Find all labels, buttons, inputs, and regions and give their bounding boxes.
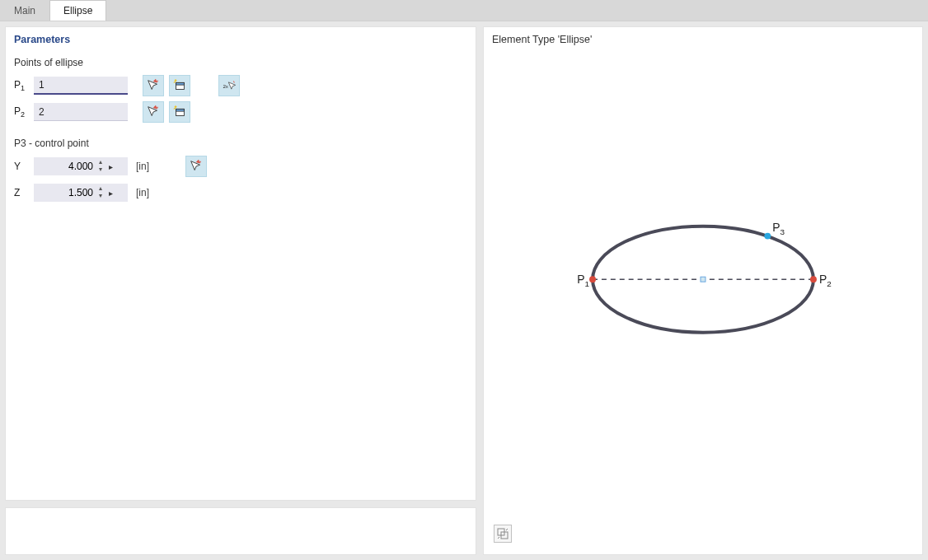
p2-input[interactable] [34, 103, 128, 121]
z-label: Z [14, 187, 29, 198]
y-dropdown-icon[interactable]: ▸ [105, 162, 116, 171]
parameters-title: Parameters [14, 34, 467, 45]
row-p2: P2 [14, 101, 467, 123]
two-x-pick-icon[interactable]: 2x [218, 75, 240, 96]
z-input[interactable] [34, 187, 96, 198]
svg-rect-1 [176, 82, 185, 85]
svg-text:2x: 2x [223, 83, 228, 89]
z-field-wrap: ▴▾ ▸ [34, 184, 128, 202]
pick-cursor-icon[interactable] [185, 156, 207, 177]
preview-title: Element Type 'Ellipse' [492, 34, 914, 45]
new-window-icon[interactable] [169, 101, 190, 123]
row-z: Z ▴▾ ▸ [in] [14, 182, 467, 203]
parameters-panel: Parameters Points of ellipse P1 2x [5, 26, 476, 501]
transform-icon[interactable] [494, 525, 512, 543]
tab-bar: Main Ellipse [0, 0, 928, 21]
p1-point-label: P1 [577, 273, 589, 288]
control-heading: P3 - control point [14, 138, 467, 149]
p2-point-label: P2 [819, 273, 832, 288]
row-p1: P1 2x [14, 75, 467, 96]
p1-input[interactable] [34, 77, 128, 95]
y-spinner[interactable]: ▴▾ [96, 159, 105, 174]
z-dropdown-icon[interactable]: ▸ [105, 189, 116, 198]
y-unit-label: [in] [136, 161, 149, 172]
p3-point-label: P3 [772, 221, 785, 236]
p1-label: P1 [14, 79, 29, 92]
z-unit-label: [in] [136, 187, 149, 198]
svg-rect-4 [176, 109, 185, 111]
y-label: Y [14, 161, 29, 172]
point-p3 [764, 233, 771, 240]
bottom-panel [5, 507, 476, 555]
p2-label: P2 [14, 105, 29, 119]
y-field-wrap: ▴▾ ▸ [34, 157, 128, 175]
content-area: Parameters Points of ellipse P1 2x [0, 21, 928, 560]
point-p2 [810, 276, 817, 282]
points-heading: Points of ellipse [14, 57, 467, 68]
preview-panel: Element Type 'Ellipse' P1 P2 P3 [483, 26, 923, 555]
point-p1 [589, 276, 596, 282]
center-marker [701, 277, 705, 282]
pick-cursor-icon[interactable] [143, 75, 164, 96]
tab-main[interactable]: Main [0, 0, 49, 21]
tab-ellipse[interactable]: Ellipse [49, 0, 106, 21]
y-input[interactable] [34, 161, 96, 172]
z-spinner[interactable]: ▴▾ [96, 185, 105, 200]
pick-cursor-icon[interactable] [143, 101, 164, 123]
ellipse-diagram: P1 P2 P3 [490, 52, 916, 548]
row-y: Y ▴▾ ▸ [in] [14, 156, 467, 177]
new-window-icon[interactable] [169, 75, 190, 96]
left-column: Parameters Points of ellipse P1 2x [5, 26, 476, 555]
